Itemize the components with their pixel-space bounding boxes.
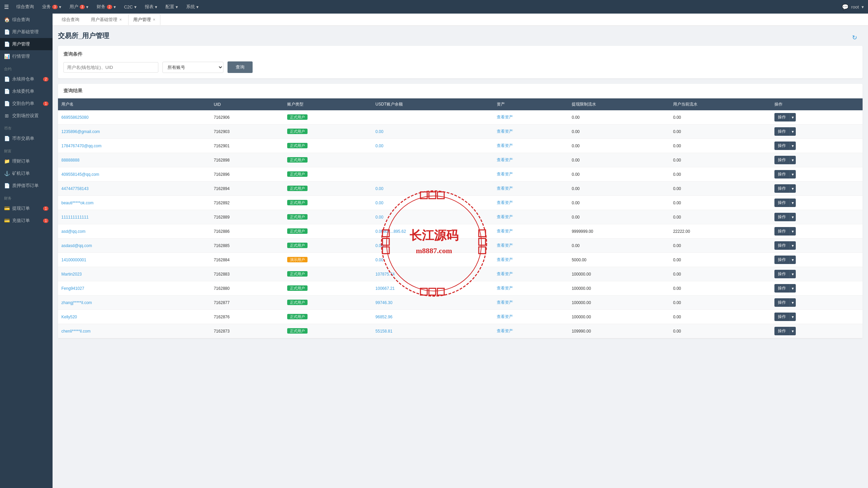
asset-link[interactable]: 查看资产 xyxy=(497,115,513,119)
action-dropdown-button[interactable]: ▾ xyxy=(789,270,796,278)
sidebar-item-永续委托单[interactable]: 📄 永续委托单 xyxy=(0,85,53,97)
action-button[interactable]: 操作 xyxy=(774,127,789,136)
username-link[interactable]: 14100000001 xyxy=(61,258,86,262)
action-dropdown-button[interactable]: ▾ xyxy=(789,327,796,335)
username-link[interactable]: 447447758143 xyxy=(61,186,88,191)
username-link[interactable]: 111111111111 xyxy=(61,215,88,220)
asset-link[interactable]: 查看资产 xyxy=(497,286,513,290)
sidebar-item-行情管理[interactable]: 📊 行情管理 xyxy=(0,50,53,62)
action-button[interactable]: 操作 xyxy=(774,256,789,264)
message-icon[interactable]: 💬 xyxy=(842,4,849,10)
username-link[interactable]: Feng941027 xyxy=(61,286,84,291)
action-dropdown-button[interactable]: ▾ xyxy=(789,113,796,121)
sidebar-item-交割合约单[interactable]: 📄 交割合约单 1 xyxy=(0,97,53,110)
username-link[interactable]: zhangj*****il.com xyxy=(61,300,92,305)
tab-用户基础管理[interactable]: 用户基础管理 × xyxy=(86,14,127,25)
nav-item-综合查询[interactable]: 综合查询 xyxy=(13,2,37,11)
sidebar-item-用户基础管理[interactable]: 📄 用户基础管理 xyxy=(0,26,53,38)
nav-item-财务[interactable]: 财务 2 ▾ xyxy=(93,2,119,11)
search-input[interactable] xyxy=(63,62,158,73)
asset-link[interactable]: 查看资产 xyxy=(497,214,513,219)
action-button[interactable]: 操作 xyxy=(774,298,789,307)
action-dropdown-button[interactable]: ▾ xyxy=(789,170,796,179)
cell-current-flow: 0.00 xyxy=(670,110,771,125)
action-dropdown-button[interactable]: ▾ xyxy=(789,256,796,264)
asset-link[interactable]: 查看资产 xyxy=(497,271,513,276)
action-dropdown-button[interactable]: ▾ xyxy=(789,127,796,136)
action-button[interactable]: 操作 xyxy=(774,113,789,121)
action-dropdown-button[interactable]: ▾ xyxy=(789,313,796,321)
sidebar-item-综合查询[interactable]: 🏠 综合查询 xyxy=(0,14,53,26)
action-dropdown-button[interactable]: ▾ xyxy=(789,156,796,164)
username-link[interactable]: chenli*****il.com xyxy=(61,329,91,334)
cell-username: 447447758143 xyxy=(58,182,210,196)
username-link[interactable]: asd@qq.com xyxy=(61,229,85,234)
action-button[interactable]: 操作 xyxy=(774,199,789,207)
action-dropdown-button[interactable]: ▾ xyxy=(789,184,796,193)
username-link[interactable]: 669558625080 xyxy=(61,115,88,120)
asset-link[interactable]: 查看资产 xyxy=(497,300,513,305)
action-dropdown-button[interactable]: ▾ xyxy=(789,142,796,150)
asset-link[interactable]: 查看资产 xyxy=(497,157,513,162)
asset-link[interactable]: 查看资产 xyxy=(497,229,513,233)
asset-link[interactable]: 查看资产 xyxy=(497,129,513,134)
sidebar-item-币市交易单[interactable]: 📄 币市交易单 xyxy=(0,132,53,145)
action-button[interactable]: 操作 xyxy=(774,284,789,293)
sidebar-item-永续持仓单[interactable]: 📄 永续持仓单 2 xyxy=(0,73,53,85)
refresh-icon[interactable]: ↻ xyxy=(852,34,857,41)
tab-用户管理[interactable]: 用户管理 × xyxy=(128,14,160,25)
sidebar-item-理财订单[interactable]: 📁 理财订单 xyxy=(0,155,53,167)
asset-link[interactable]: 查看资产 xyxy=(497,186,513,191)
tab-综合查询[interactable]: 综合查询 xyxy=(57,14,84,25)
asset-link[interactable]: 查看资产 xyxy=(497,314,513,319)
asset-link[interactable]: 查看资产 xyxy=(497,329,513,333)
tab-close-用户管理[interactable]: × xyxy=(153,17,155,22)
username-link[interactable]: beauti*****ok.com xyxy=(61,201,94,205)
asset-link[interactable]: 查看资产 xyxy=(497,243,513,248)
asset-link[interactable]: 查看资产 xyxy=(497,200,513,205)
username-link[interactable]: asdasd@qq.com xyxy=(61,243,92,248)
search-button[interactable]: 查询 xyxy=(228,61,253,73)
asset-link[interactable]: 查看资产 xyxy=(497,172,513,176)
username-link[interactable]: 88888888 xyxy=(61,158,79,163)
sidebar-item-用户管理[interactable]: 📄 用户管理 xyxy=(0,38,53,50)
nav-item-报表[interactable]: 报表 ▾ xyxy=(141,2,161,11)
action-button[interactable]: 操作 xyxy=(774,313,789,321)
action-button[interactable]: 操作 xyxy=(774,142,789,150)
username-link[interactable]: Martin2023 xyxy=(61,272,82,277)
nav-item-用户[interactable]: 用户 3 ▾ xyxy=(66,2,92,11)
action-dropdown-button[interactable]: ▾ xyxy=(789,213,796,221)
sidebar-item-矿机订单[interactable]: ⚓ 矿机订单 xyxy=(0,167,53,180)
action-button[interactable]: 操作 xyxy=(774,327,789,335)
action-button[interactable]: 操作 xyxy=(774,227,789,236)
sidebar-item-充值订单[interactable]: 💳 充值订单 1 xyxy=(0,214,53,227)
username-link[interactable]: Kelly520 xyxy=(61,315,77,319)
action-dropdown-button[interactable]: ▾ xyxy=(789,227,796,236)
username-link[interactable]: 409558145@qq.com xyxy=(61,172,99,177)
username-link[interactable]: 1235896@gmail.com xyxy=(61,129,100,134)
nav-item-系统[interactable]: 系统 ▾ xyxy=(183,2,202,11)
menu-icon[interactable]: ☰ xyxy=(4,4,9,10)
username-link[interactable]: 1784767470@qq.com xyxy=(61,144,101,148)
sidebar-item-交割场控设置[interactable]: ⊞ 交割场控设置 xyxy=(0,110,53,122)
sidebar-item-提现订单[interactable]: 💳 提现订单 1 xyxy=(0,202,53,214)
nav-item-配置[interactable]: 配置 ▾ xyxy=(162,2,181,11)
action-dropdown-button[interactable]: ▾ xyxy=(789,199,796,207)
action-dropdown-button[interactable]: ▾ xyxy=(789,284,796,293)
action-button[interactable]: 操作 xyxy=(774,156,789,164)
account-type-select[interactable]: 所有账号 正式用户 演示用户 xyxy=(162,62,223,73)
asset-link[interactable]: 查看资产 xyxy=(497,143,513,148)
sidebar-item-质押借币订单[interactable]: 📄 质押借币订单 xyxy=(0,180,53,192)
tab-close-用户基础管理[interactable]: × xyxy=(119,17,122,22)
action-dropdown-button[interactable]: ▾ xyxy=(789,241,796,250)
action-button[interactable]: 操作 xyxy=(774,170,789,179)
action-dropdown-button[interactable]: ▾ xyxy=(789,298,796,307)
action-button[interactable]: 操作 xyxy=(774,213,789,221)
nav-item-业务[interactable]: 业务 3 ▾ xyxy=(39,2,65,11)
action-button[interactable]: 操作 xyxy=(774,270,789,278)
action-button[interactable]: 操作 xyxy=(774,184,789,193)
asset-link[interactable]: 查看资产 xyxy=(497,257,513,262)
action-button[interactable]: 操作 xyxy=(774,241,789,250)
user-dropdown-icon[interactable]: ▾ xyxy=(862,4,864,10)
nav-item-C2C[interactable]: C2C ▾ xyxy=(121,3,140,11)
